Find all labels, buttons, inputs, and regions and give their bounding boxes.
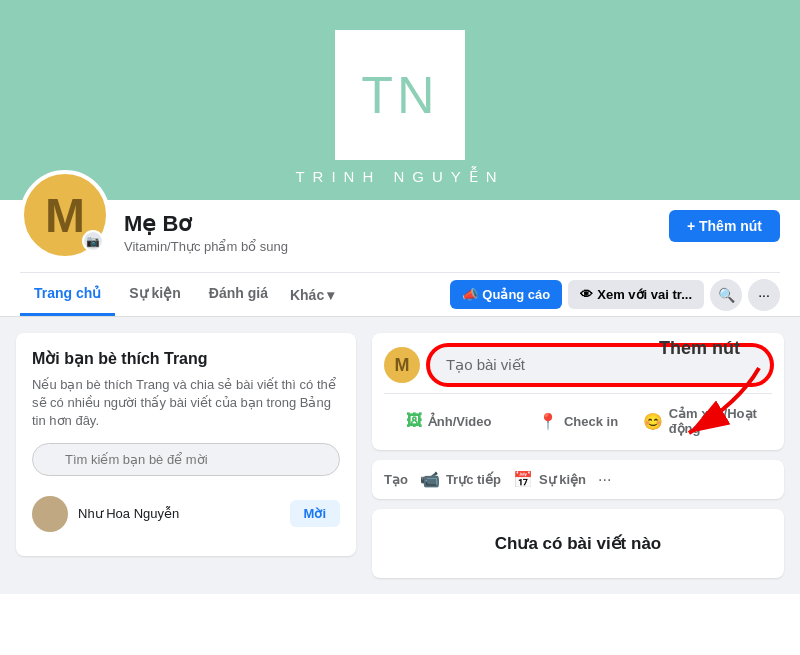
cover-logo-letters: TN [361, 69, 438, 121]
main-content: Mời bạn bè thích Trang Nếu bạn bè thích … [0, 317, 800, 594]
avatar: M 📷 [20, 170, 110, 260]
check-in-action[interactable]: 📍 Check in [513, 400, 642, 442]
search-wrap: 🔍 [32, 443, 340, 476]
search-button[interactable]: 🔍 [710, 279, 742, 311]
no-posts-card: Chưa có bài viết nào [372, 509, 784, 578]
tab-khac[interactable]: Khác ▾ [282, 275, 342, 315]
tab-trang-chu[interactable]: Trang chủ [20, 273, 115, 316]
tab-su-kien[interactable]: Sự kiện [115, 273, 194, 316]
tab-danh-gia[interactable]: Đánh giá [195, 273, 282, 316]
more-icon: ··· [758, 287, 770, 303]
location-icon: 📍 [538, 412, 558, 431]
create-post-button[interactable]: Tạo bài viết [428, 345, 772, 385]
add-button[interactable]: + Thêm nút [669, 210, 780, 242]
no-posts-text: Chưa có bài viết nào [396, 533, 760, 554]
invite-desc: Nếu bạn bè thích Trang và chia sẻ bài vi… [32, 376, 340, 431]
extra-more-button[interactable]: ··· [598, 471, 611, 489]
nav-tabs: Trang chủ Sự kiện Đánh giá Khác ▾ 📣 Quản… [20, 272, 780, 316]
create-post-top: M Tạo bài viết [384, 345, 772, 385]
friend-name: Như Hoa Nguyễn [78, 506, 280, 521]
invite-card: Mời bạn bè thích Trang Nếu bạn bè thích … [16, 333, 356, 556]
chevron-down-icon: ▾ [327, 287, 334, 303]
extra-actions-card: Tạo 📹 Trực tiếp 📅 Sự kiện ··· [372, 460, 784, 499]
search-friends-input[interactable] [32, 443, 340, 476]
cover-photo: TN TRINH NGUYỄN [0, 0, 800, 200]
nav-actions: 📣 Quảng cáo 👁 Xem với vai tr... 🔍 ··· [450, 279, 780, 311]
more-button[interactable]: ··· [748, 279, 780, 311]
invite-friend-button[interactable]: Mời [290, 500, 340, 527]
post-actions-row: 🖼 Ảnh/Video 📍 Check in 😊 Cảm xúc/Hoạt độ… [384, 393, 772, 442]
left-panel: Mời bạn bè thích Trang Nếu bạn bè thích … [16, 333, 356, 578]
feeling-action[interactable]: 😊 Cảm xúc/Hoạt động [643, 400, 772, 442]
profile-section: M 📷 Mẹ Bơ Vitamin/Thực phẩm bổ sung + Th… [0, 200, 800, 317]
right-panel: M Tạo bài viết 🖼 Ảnh/Video 📍 Check in 😊 [372, 333, 784, 578]
emoji-icon: 😊 [643, 412, 663, 431]
eye-icon: 👁 [580, 287, 593, 302]
friend-row: Như Hoa Nguyễn Mời [32, 488, 340, 540]
search-icon: 🔍 [718, 287, 735, 303]
camera-icon[interactable]: 📷 [82, 230, 104, 252]
create-post-card: M Tạo bài viết 🖼 Ảnh/Video 📍 Check in 😊 [372, 333, 784, 450]
profile-top: M 📷 Mẹ Bơ Vitamin/Thực phẩm bổ sung + Th… [20, 200, 780, 272]
profile-info: Mẹ Bơ Vitamin/Thực phẩm bổ sung [124, 211, 669, 260]
calendar-icon: 📅 [513, 470, 533, 489]
quang-cao-button[interactable]: 📣 Quảng cáo [450, 280, 562, 309]
mini-avatar: M [384, 347, 420, 383]
page-category: Vitamin/Thực phẩm bổ sung [124, 239, 669, 254]
cover-logo-box: TN [335, 30, 465, 160]
cover-name: TRINH NGUYỄN [295, 168, 504, 186]
avatar-letter: M [45, 188, 85, 243]
page-name: Mẹ Bơ [124, 211, 669, 237]
xem-vai-tro-button[interactable]: 👁 Xem với vai tr... [568, 280, 704, 309]
megaphone-icon: 📣 [462, 287, 478, 302]
extra-row: Tạo 📹 Trực tiếp 📅 Sự kiện ··· [384, 470, 772, 489]
live-action[interactable]: 📹 Trực tiếp [420, 470, 501, 489]
live-icon: 📹 [420, 470, 440, 489]
photo-icon: 🖼 [406, 412, 422, 430]
photo-video-action[interactable]: 🖼 Ảnh/Video [384, 400, 513, 442]
invite-title: Mời bạn bè thích Trang [32, 349, 340, 368]
friend-avatar [32, 496, 68, 532]
event-action[interactable]: 📅 Sự kiện [513, 470, 586, 489]
